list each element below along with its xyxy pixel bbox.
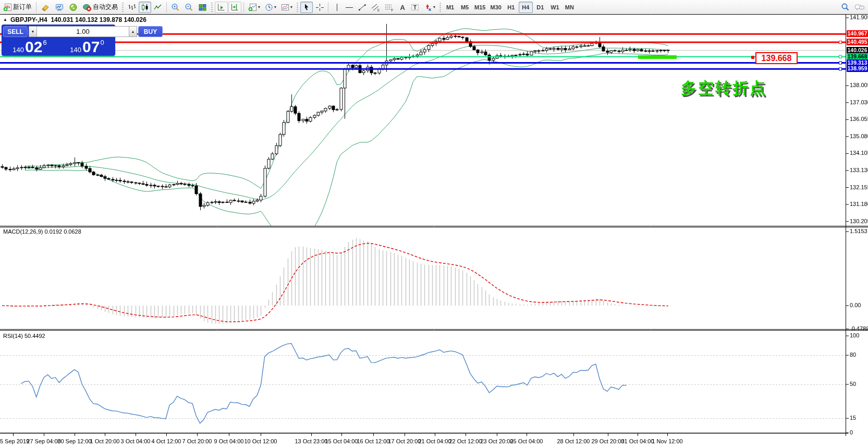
buy-price-prefix: 140 xyxy=(70,46,81,54)
timeframe-H4[interactable]: H4 xyxy=(519,2,533,13)
sell-button[interactable]: SELL xyxy=(3,26,28,37)
auto-trading-label: 自动交易 xyxy=(93,3,118,11)
time-axis-label: 15 Oct 04:00 xyxy=(325,438,358,444)
chevron-down-icon: ▾ xyxy=(258,5,260,9)
timeframe-M15[interactable]: M15 xyxy=(472,2,487,13)
text-tool-button[interactable]: A xyxy=(396,2,408,13)
profile-button[interactable] xyxy=(39,2,52,13)
arrows-icon xyxy=(424,3,432,11)
profile-icon xyxy=(41,3,50,11)
label-tool-button[interactable]: T xyxy=(409,2,421,13)
bar-chart-icon xyxy=(128,3,136,11)
search-icon xyxy=(841,3,850,11)
search-button[interactable] xyxy=(839,2,852,13)
tile-windows-button[interactable] xyxy=(196,2,209,13)
volume-decrease-button[interactable]: ▼ xyxy=(29,26,37,37)
timeframe-H1[interactable]: H1 xyxy=(504,2,518,13)
timeframe-group: M1M5M15M30H1H4D1W1MN xyxy=(443,2,577,13)
sell-price-prefix: 140 xyxy=(13,46,24,54)
horizontal-line-icon xyxy=(345,3,353,11)
vertical-line-tool-button[interactable] xyxy=(331,2,343,13)
cursor-arrow-icon xyxy=(302,3,311,11)
indicators-button[interactable]: ▾ xyxy=(246,2,262,13)
auto-trading-icon xyxy=(82,3,92,11)
buy-price-main: 07 xyxy=(82,38,100,55)
buy-button[interactable]: BUY xyxy=(138,26,163,37)
chat-button[interactable] xyxy=(852,2,867,13)
line-chart-icon xyxy=(154,3,162,11)
chart-shift-button[interactable] xyxy=(228,2,241,13)
buy-price[interactable]: 140070 xyxy=(60,38,114,55)
candlestick-chart-icon xyxy=(141,3,149,11)
fibonacci-tool-button[interactable]: F xyxy=(383,2,396,13)
channel-tool-button[interactable]: E xyxy=(369,2,382,13)
templates-button[interactable]: ▾ xyxy=(279,2,295,13)
line-chart-button[interactable] xyxy=(152,2,164,13)
label-handle[interactable] xyxy=(751,56,754,59)
arrows-tool-button[interactable]: ▾ xyxy=(422,2,437,13)
add-indicator-icon xyxy=(248,3,257,11)
time-axis-label: 23 Oct 20:00 xyxy=(481,438,514,444)
time-axis-label: 16 Oct 12:00 xyxy=(357,438,390,444)
time-axis-label: 9 Oct 04:00 xyxy=(214,438,244,444)
trendline-tool-button[interactable] xyxy=(356,2,369,13)
cursor-button[interactable] xyxy=(300,2,313,13)
time-axis-label: 28 Oct 12:00 xyxy=(557,438,590,444)
zoom-in-button[interactable] xyxy=(169,2,182,13)
new-order-button[interactable]: 新订单 xyxy=(1,2,34,13)
template-icon xyxy=(281,3,289,11)
channel-icon: E xyxy=(371,3,380,11)
volume-increase-button[interactable]: ▲ xyxy=(129,26,137,37)
sell-price[interactable]: 140026 xyxy=(3,38,56,55)
crosshair-button[interactable] xyxy=(313,2,326,13)
time-axis-label: 1 Oct 20:00 xyxy=(90,438,120,444)
collapse-chart-icon[interactable]: ▲ xyxy=(3,18,7,22)
auto-scroll-button[interactable] xyxy=(215,2,228,13)
new-order-icon xyxy=(3,3,12,11)
chevron-up-icon: ▲ xyxy=(131,30,135,33)
buy-price-pipette: 0 xyxy=(100,39,104,46)
price-level-label[interactable]: 139.668 xyxy=(755,52,798,64)
market-watch-button[interactable] xyxy=(53,2,66,13)
volume-input[interactable] xyxy=(37,26,129,37)
time-axis-label: 22 Oct 12:00 xyxy=(449,438,482,444)
chart-symbol-period: GBPJPY-,H4 xyxy=(10,16,47,23)
one-click-trading-panel: SELL ▼ ▲ BUY 140026 140070 xyxy=(2,25,115,56)
time-axis-label: 30 Sep 12:00 xyxy=(57,438,91,444)
sell-price-pipette: 6 xyxy=(43,39,46,46)
timeframe-D1[interactable]: D1 xyxy=(533,2,547,13)
toolbar-drag-handle xyxy=(121,2,124,13)
candlestick-chart-button[interactable] xyxy=(139,2,151,13)
timeframe-M5[interactable]: M5 xyxy=(458,2,472,13)
timeframe-M30[interactable]: M30 xyxy=(488,2,503,13)
timeframe-W1[interactable]: W1 xyxy=(548,2,562,13)
chart-ohlc-quote: 140.031 140.132 139.878 140.026 xyxy=(51,16,146,23)
svg-text:F: F xyxy=(392,8,394,11)
time-axis-label: 17 Oct 20:00 xyxy=(388,438,421,444)
chart-monitor-icon xyxy=(55,3,64,11)
time-axis-label: 27 Sep 04:00 xyxy=(27,438,60,444)
timeframe-M1[interactable]: M1 xyxy=(443,2,457,13)
chart-note-text[interactable]: 多空转折点 xyxy=(681,78,767,99)
mt4-window: 新订单 自动交易 xyxy=(0,0,868,448)
periods-button[interactable]: ▾ xyxy=(263,2,278,13)
time-axis-label: 3 Oct 04:00 xyxy=(121,438,151,444)
macd-indicator-title: MACD(12,26,9) 0.0192 0.0628 xyxy=(3,228,81,235)
zoom-out-icon xyxy=(185,3,193,11)
auto-trading-button[interactable]: 自动交易 xyxy=(80,2,120,13)
svg-text:A: A xyxy=(400,4,405,11)
bar-chart-button[interactable] xyxy=(126,2,138,13)
toolbar-drag-handle xyxy=(211,2,213,13)
toolbar: 新订单 自动交易 xyxy=(0,0,868,14)
timeframe-MN[interactable]: MN xyxy=(563,2,577,13)
zoom-out-button[interactable] xyxy=(182,2,195,13)
new-order-label: 新订单 xyxy=(13,3,32,11)
crosshair-icon xyxy=(315,3,324,11)
zoom-in-icon xyxy=(171,3,180,11)
svg-text:E: E xyxy=(377,8,380,11)
tile-windows-icon xyxy=(198,3,207,11)
signals-button[interactable] xyxy=(67,2,80,13)
horizontal-line-tool-button[interactable] xyxy=(343,2,356,13)
vertical-line-icon xyxy=(334,3,340,11)
toolbar-separator xyxy=(166,2,167,13)
